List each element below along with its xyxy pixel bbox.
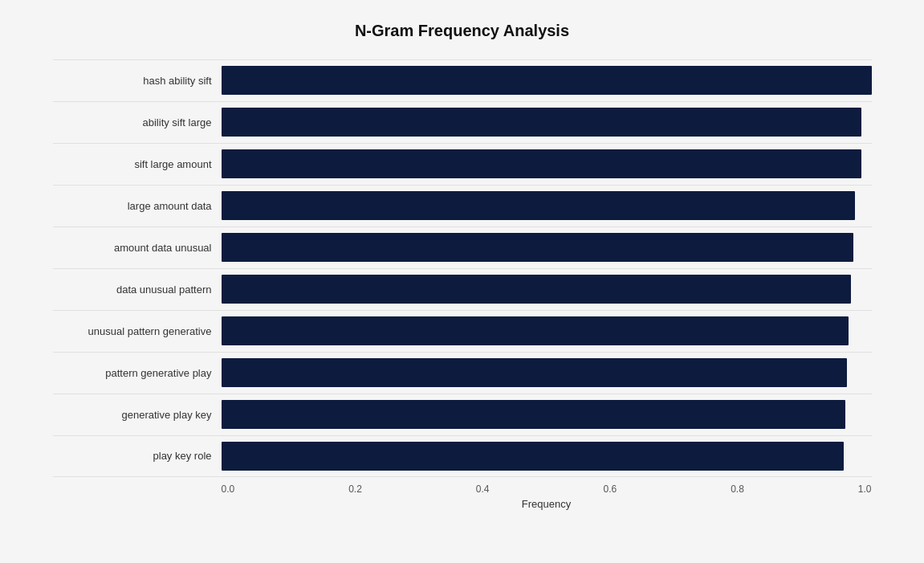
chart-title: N-Gram Frequency Analysis — [53, 22, 872, 40]
x-tick: 1.0 — [858, 483, 872, 495]
bar-row: unusual pattern generative — [53, 310, 872, 352]
bar-row: play key role — [53, 435, 872, 477]
bar-track — [222, 275, 872, 304]
bar-track — [222, 191, 872, 220]
chart-area: hash ability siftability sift largesift … — [53, 59, 872, 477]
bar-track — [222, 358, 872, 387]
bar-row: hash ability sift — [53, 59, 872, 101]
bar-row: data unusual pattern — [53, 268, 872, 310]
bar-track — [222, 108, 872, 137]
x-axis-inner: 0.00.20.40.60.81.0 — [222, 483, 872, 495]
bar-label: pattern generative play — [53, 367, 222, 379]
bar-track — [222, 149, 872, 178]
bar-track — [222, 66, 872, 95]
bar-row: sift large amount — [53, 143, 872, 185]
bar-track — [222, 400, 872, 429]
bar-fill — [222, 191, 856, 220]
x-axis: 0.00.20.40.60.81.0 — [53, 483, 872, 495]
bar-fill — [222, 400, 846, 429]
bar-label: ability sift large — [53, 116, 222, 129]
bar-fill — [222, 316, 849, 345]
chart-container: N-Gram Frequency Analysis hash ability s… — [21, 6, 904, 558]
bar-fill — [222, 358, 847, 387]
bar-track — [222, 442, 872, 471]
x-tick: 0.8 — [731, 483, 744, 495]
bar-label: large amount data — [53, 200, 222, 212]
bar-label: sift large amount — [53, 158, 222, 170]
bar-fill — [222, 442, 844, 471]
bar-label: data unusual pattern — [53, 284, 222, 296]
bar-row: large amount data — [53, 185, 872, 226]
bar-fill — [222, 233, 853, 262]
x-tick: 0.6 — [603, 483, 617, 495]
bar-fill — [222, 108, 862, 137]
bar-row: amount data unusual — [53, 226, 872, 268]
bar-fill — [222, 66, 872, 95]
bar-label: play key role — [53, 450, 222, 462]
bar-label: unusual pattern generative — [53, 325, 222, 337]
x-tick: 0.2 — [348, 483, 362, 495]
x-axis-label: Frequency — [53, 498, 872, 510]
bar-row: generative play key — [53, 394, 872, 435]
bar-label: amount data unusual — [53, 242, 222, 254]
bar-row: ability sift large — [53, 101, 872, 143]
bar-label: hash ability sift — [53, 75, 222, 87]
bar-row: pattern generative play — [53, 352, 872, 394]
bar-label: generative play key — [53, 409, 222, 421]
x-tick: 0.0 — [222, 483, 235, 495]
x-tick: 0.4 — [476, 483, 490, 495]
bar-fill — [222, 275, 851, 304]
bar-track — [222, 316, 872, 345]
bar-fill — [222, 149, 862, 178]
bar-track — [222, 233, 872, 262]
